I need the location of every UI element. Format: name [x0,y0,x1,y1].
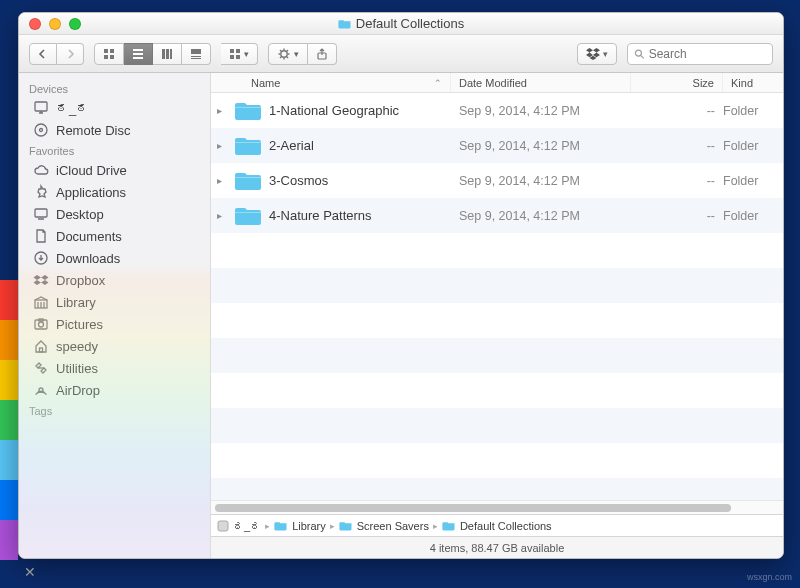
file-kind: Folder [723,174,783,188]
table-row-empty [211,268,783,303]
path-separator-icon: ▸ [265,521,270,531]
minimize-window-button[interactable] [49,18,61,30]
icon-view-button[interactable] [94,43,124,65]
column-kind[interactable]: Kind [723,73,783,92]
sidebar[interactable]: Devicesಠ_ಠRemote DiscFavoritesiCloud Dri… [19,73,211,558]
sidebar-item-label: Dropbox [56,273,105,288]
table-row-empty [211,373,783,408]
sidebar-item-dropbox[interactable]: Dropbox [19,269,210,291]
svg-rect-1 [110,49,114,53]
path-label: ಠ_ಠ [233,520,261,532]
folder-icon [274,520,288,531]
file-name: 4-Nature Patterns [269,208,372,223]
table-row[interactable]: ▸ 3-Cosmos Sep 9, 2014, 4:12 PM -- Folde… [211,163,783,198]
share-button[interactable] [308,43,337,65]
path-segment[interactable]: Default Collections [442,520,552,532]
airdrop-icon [33,382,49,398]
sidebar-item-label: Utilities [56,361,98,376]
svg-line-25 [287,50,288,51]
sidebar-item--[interactable]: ಠ_ಠ [19,97,210,119]
disclosure-triangle-icon[interactable]: ▸ [217,140,227,151]
horizontal-scrollbar[interactable] [211,500,783,514]
library-icon [33,294,49,310]
pictures-icon [33,316,49,332]
date-modified: Sep 9, 2014, 4:12 PM [451,174,631,188]
sidebar-item-pictures[interactable]: Pictures [19,313,210,335]
table-row[interactable]: ▸ 4-Nature Patterns Sep 9, 2014, 4:12 PM… [211,198,783,233]
path-segment[interactable]: Screen Savers [339,520,429,532]
column-name[interactable]: Name⌃ [211,73,451,92]
svg-line-24 [280,56,281,57]
sidebar-item-label: Library [56,295,96,310]
coverflow-view-button[interactable] [182,43,211,65]
sidebar-item-label: speedy [56,339,98,354]
path-bar: ಠ_ಠ▸Library▸Screen Savers▸Default Collec… [211,514,783,536]
dropbox-button[interactable]: ▾ [577,43,617,65]
table-row[interactable]: ▸ 2-Aerial Sep 9, 2014, 4:12 PM -- Folde… [211,128,783,163]
disclosure-triangle-icon[interactable]: ▸ [217,105,227,116]
close-window-button[interactable] [29,18,41,30]
file-size: -- [631,209,723,223]
cloud-icon [33,162,49,178]
imac-icon [33,100,49,116]
sidebar-item-speedy[interactable]: speedy [19,335,210,357]
downloads-icon [33,250,49,266]
table-row-empty [211,408,783,443]
apps-icon [33,184,49,200]
docs-icon [33,228,49,244]
sidebar-item-library[interactable]: Library [19,291,210,313]
disclosure-triangle-icon[interactable]: ▸ [217,175,227,186]
svg-point-33 [40,129,43,132]
arrange-button[interactable]: ▾ [221,43,258,65]
path-segment[interactable]: ಠ_ಠ [217,520,261,532]
window-title: Default Collections [356,16,464,31]
path-label: Library [292,520,326,532]
date-modified: Sep 9, 2014, 4:12 PM [451,104,631,118]
sidebar-item-label: Desktop [56,207,104,222]
action-button[interactable]: ▾ [268,43,308,65]
search-field[interactable] [627,43,773,65]
file-name: 2-Aerial [269,138,314,153]
column-size[interactable]: Size [631,73,723,92]
table-row-empty [211,303,783,338]
file-name: 1-National Geographic [269,103,399,118]
sidebar-item-icloud-drive[interactable]: iCloud Drive [19,159,210,181]
svg-point-17 [281,50,287,56]
sidebar-item-remote-disc[interactable]: Remote Disc [19,119,210,141]
svg-rect-3 [110,55,114,59]
search-input[interactable] [649,47,766,61]
column-view-button[interactable] [153,43,182,65]
svg-rect-12 [191,58,201,59]
svg-rect-9 [170,49,172,59]
date-modified: Sep 9, 2014, 4:12 PM [451,139,631,153]
forward-button[interactable] [57,43,84,65]
disk-icon [217,520,229,532]
sidebar-item-desktop[interactable]: Desktop [19,203,210,225]
column-date[interactable]: Date Modified [451,73,631,92]
watermark-text: wsxgn.com [747,572,792,582]
file-size: -- [631,139,723,153]
table-row-empty [211,338,783,373]
list-view-button[interactable] [124,43,153,65]
back-button[interactable] [29,43,57,65]
sidebar-item-utilities[interactable]: Utilities [19,357,210,379]
sidebar-item-downloads[interactable]: Downloads [19,247,210,269]
close-button-bottom[interactable]: ✕ [24,564,40,580]
sidebar-item-airdrop[interactable]: AirDrop [19,379,210,401]
disc-icon [33,122,49,138]
sidebar-item-documents[interactable]: Documents [19,225,210,247]
disclosure-triangle-icon[interactable]: ▸ [217,210,227,221]
sidebar-group-devices: Devices [19,79,210,97]
zoom-window-button[interactable] [69,18,81,30]
titlebar[interactable]: Default Collections [19,13,783,35]
scrollbar-thumb[interactable] [215,504,731,512]
path-segment[interactable]: Library [274,520,326,532]
svg-rect-5 [133,53,143,55]
svg-rect-4 [133,49,143,51]
file-name: 3-Cosmos [269,173,328,188]
date-modified: Sep 9, 2014, 4:12 PM [451,209,631,223]
table-row[interactable]: ▸ 1-National Geographic Sep 9, 2014, 4:1… [211,93,783,128]
svg-line-28 [641,55,644,58]
svg-line-22 [280,50,281,51]
sidebar-item-applications[interactable]: Applications [19,181,210,203]
